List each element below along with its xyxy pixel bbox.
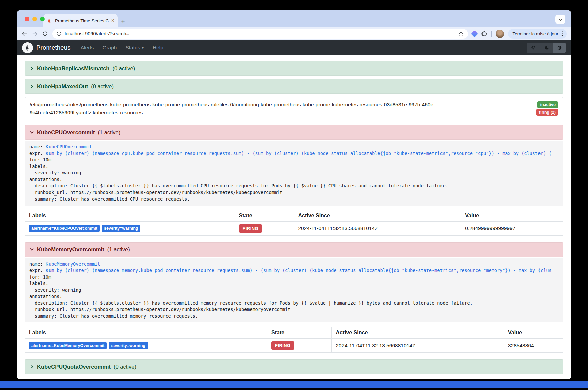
chevron-down-icon (30, 130, 34, 135)
table-header-row: Labels State Active Since Value (25, 210, 563, 221)
alert-value: 0.2849999999999997 (461, 221, 563, 235)
background-window-accent-bar (0, 381, 588, 388)
rule-file-panel: /etc/prometheus/rules/prometheus-kube-pr… (25, 97, 563, 120)
inactive-count-badge: inactive (537, 101, 558, 108)
chevron-right-icon (30, 84, 34, 89)
yaml-key: expr: (29, 151, 46, 156)
alert-group-kubecpuquotaovercommit[interactable]: KubeCPUQuotaOvercommit (0 active) (25, 359, 563, 374)
firing-count-badge: firing (2) (536, 109, 558, 116)
site-info-icon[interactable] (56, 31, 62, 36)
alert-rule-yaml-memory: name: KubeMemoryOvercommit expr: sum by … (25, 258, 563, 323)
extension-shortcut-button[interactable] (472, 31, 477, 36)
gear-icon (530, 45, 536, 51)
settings-gear-button[interactable] (527, 43, 540, 53)
yaml-annotations-line: annotations: (29, 293, 559, 300)
alert-group-kubehpamaxedout[interactable]: KubeHpaMaxedOut (0 active) (25, 79, 563, 94)
nav-link-status-label: Status (125, 45, 140, 51)
browser-window: Prometheus Time Series Colle × + localho… (17, 10, 571, 379)
contrast-half-circle-icon (557, 45, 562, 51)
tab-strip: Prometheus Time Series Colle × + (17, 10, 571, 27)
forward-arrow-icon (32, 31, 38, 37)
chevron-down-icon (558, 17, 563, 22)
toolbar-separator (491, 31, 492, 37)
forward-button[interactable] (32, 31, 38, 37)
extensions-button[interactable] (481, 31, 487, 37)
state-firing-badge: FIRING (271, 341, 294, 350)
yaml-severity-line: severity: warning (29, 287, 81, 293)
prometheus-brand[interactable]: Prometheus (36, 44, 71, 51)
label-badge-severity: severity=warning (109, 342, 148, 349)
state-firing-badge: FIRING (239, 224, 262, 233)
rule-file-state-badges: inactive firing (2) (536, 101, 558, 116)
alert-group-count: (1 active) (98, 129, 120, 136)
alert-group-kubecpuovercommit[interactable]: KubeCPUOvercommit (1 active) (25, 125, 563, 140)
alert-group-kubehpareplicasmismatch[interactable]: KubeHpaReplicasMismatch (0 active) (25, 61, 563, 76)
alert-group-name: KubeMemoryOvercommit (37, 246, 104, 253)
prometheus-navbar: Prometheus Alerts Graph Status ▾ Help (17, 40, 571, 55)
new-tab-button[interactable]: + (121, 18, 125, 25)
tab-close-icon[interactable]: × (111, 18, 114, 23)
chevron-down-icon (30, 247, 34, 252)
nav-link-help[interactable]: Help (153, 45, 163, 51)
window-controls (25, 17, 45, 21)
minimize-window-button[interactable] (32, 17, 37, 21)
alert-group-count: (0 active) (112, 65, 135, 72)
rule-name-link[interactable]: KubeMemoryOvercommit (46, 261, 100, 267)
yaml-key: name: (29, 144, 46, 149)
yaml-key: name: (29, 261, 46, 267)
alerts-page-content: KubeHpaReplicasMismatch (0 active) KubeH… (17, 55, 571, 379)
browser-menu-kebab-icon[interactable] (562, 31, 565, 36)
yaml-labels-line: labels: (29, 163, 559, 170)
alert-value: 328548864 (504, 339, 563, 353)
alert-group-count: (0 active) (91, 83, 114, 90)
address-bar[interactable]: localhost:9090/alerts?search= (52, 29, 468, 39)
yaml-annotations-line: annotations: (29, 176, 559, 183)
prometheus-flame-icon (24, 44, 31, 51)
reload-button[interactable] (42, 31, 48, 37)
column-header-state: State (267, 327, 332, 339)
rule-expr-link[interactable]: sum by (cluster) (namespace_cpu:kube_pod… (46, 151, 552, 156)
navbar-links: Alerts Graph Status ▾ Help (81, 45, 527, 51)
yaml-for-line: for: 10m (29, 157, 559, 163)
bookmark-star-icon[interactable] (458, 31, 464, 37)
dark-theme-button[interactable] (540, 43, 553, 53)
prometheus-logo[interactable] (22, 42, 33, 53)
column-header-state: State (235, 210, 294, 221)
prometheus-favicon-icon (47, 18, 52, 23)
nav-link-alerts[interactable]: Alerts (81, 45, 94, 51)
back-button[interactable] (21, 31, 28, 37)
browser-tab[interactable]: Prometheus Time Series Colle × (43, 14, 118, 27)
rule-expr-link[interactable]: sum by (cluster) (namespace_memory:kube_… (46, 268, 552, 273)
auto-theme-button[interactable] (553, 43, 566, 53)
label-badge-alertname: alertname=KubeCPUOvercommit (29, 225, 100, 232)
alert-group-kubememoryovercommit[interactable]: KubeMemoryOvercommit (1 active) (25, 242, 563, 257)
alert-group-name: KubeCPUOvercommit (37, 129, 95, 136)
yaml-runbook-line: runbook_url: https://runbooks.prometheus… (29, 190, 282, 195)
rule-name-link[interactable]: KubeCPUOvercommit (46, 144, 92, 149)
yaml-labels-line: labels: (29, 280, 559, 287)
nav-link-graph[interactable]: Graph (102, 45, 117, 51)
tab-title: Prometheus Time Series Colle (55, 18, 109, 23)
yaml-runbook-line: runbook_url: https://runbooks.prometheus… (29, 307, 290, 312)
label-badge-severity: severity=warning (102, 225, 140, 232)
chevron-right-icon (30, 365, 34, 369)
close-window-button[interactable] (25, 17, 29, 21)
browser-toolbar: localhost:9090/alerts?search= Terminer l… (17, 27, 571, 40)
zoom-window-button[interactable] (40, 17, 45, 21)
nav-link-status[interactable]: Status ▾ (125, 45, 143, 51)
chevron-right-icon (30, 66, 34, 71)
alert-group-count: (1 active) (107, 246, 130, 253)
alert-group-name: KubeHpaReplicasMismatch (37, 65, 109, 72)
alert-group-count: (0 active) (114, 364, 136, 370)
gradient-diamond-extension-icon (471, 30, 478, 37)
tab-search-chevron-button[interactable] (555, 15, 565, 24)
url-text[interactable]: localhost:9090/alerts?search= (65, 31, 455, 36)
active-alerts-table-memory: Labels State Active Since Value alertnam… (25, 327, 563, 353)
yaml-description-line: description: Cluster {{ $labels.cluster … (29, 300, 473, 306)
yaml-severity-line: severity: warning (29, 170, 81, 175)
finish-update-button[interactable]: Terminer la mise à jour (508, 29, 567, 39)
profile-avatar[interactable] (496, 30, 504, 38)
alert-rule-yaml-cpu: name: KubeCPUOvercommit expr: sum by (cl… (25, 141, 563, 206)
column-header-labels: Labels (25, 327, 267, 339)
column-header-value: Value (504, 327, 563, 339)
